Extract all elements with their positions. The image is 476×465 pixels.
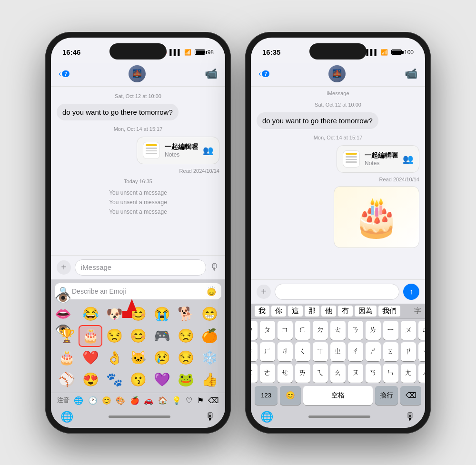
- emoji-cell[interactable]: 🐾: [102, 369, 126, 391]
- globe-icon-2[interactable]: 🌐: [260, 411, 273, 423]
- emoji-cell[interactable]: 😂: [79, 303, 102, 325]
- toolbar-car[interactable]: 🚗: [144, 396, 153, 405]
- toolbar-house[interactable]: 🏠: [158, 396, 168, 405]
- emoji-cell[interactable]: 👁️👄👁️: [55, 303, 79, 325]
- emoji-cell[interactable]: 😊: [126, 325, 150, 347]
- emoji-cell[interactable]: 👌: [102, 347, 126, 369]
- candidate-那[interactable]: 那: [305, 306, 319, 317]
- key-ㄉ[interactable]: ㄉ: [313, 321, 328, 340]
- key-ㄩ[interactable]: ㄩ: [418, 321, 425, 340]
- emoji-cell[interactable]: 🍊: [198, 325, 221, 347]
- key-ㄖ[interactable]: ㄖ: [383, 342, 398, 361]
- emoji-cell[interactable]: 🐕: [174, 303, 198, 325]
- key-ㄣ[interactable]: ㄣ: [383, 364, 398, 383]
- mic-bottom-icon-2[interactable]: 🎙: [405, 411, 416, 423]
- emoji-cell[interactable]: 😗: [126, 369, 150, 391]
- key-delete[interactable]: ⌫: [400, 386, 421, 405]
- emoji-cell[interactable]: 🐶: [102, 303, 126, 325]
- toolbar-apple[interactable]: 🍎: [130, 396, 139, 405]
- candidate-有[interactable]: 有: [338, 306, 353, 317]
- emoji-cell[interactable]: 😒: [174, 347, 198, 369]
- emoji-cell[interactable]: 👍: [198, 369, 221, 391]
- key-ㄇ[interactable]: ㄇ: [278, 321, 293, 340]
- key-ㄤ[interactable]: ㄤ: [401, 364, 416, 383]
- nav-video-icon-2[interactable]: 📹: [405, 68, 417, 80]
- key-emoji[interactable]: 😊: [280, 386, 301, 405]
- candidate-因為[interactable]: 因為: [355, 306, 377, 317]
- key-space[interactable]: 空格: [303, 386, 372, 405]
- candidate-我們[interactable]: 我們: [378, 306, 400, 317]
- toolbar-globe[interactable]: 🌐: [74, 396, 83, 405]
- key-ㄝ[interactable]: ㄝ: [278, 364, 293, 383]
- key-ㄞ[interactable]: ㄞ: [295, 364, 310, 383]
- emoji-cell[interactable]: 😊: [126, 303, 150, 325]
- toolbar-zhuyin[interactable]: 注音: [57, 396, 69, 405]
- key-ㄑ[interactable]: ㄑ: [295, 342, 310, 361]
- nav-avatar-2[interactable]: 🌉: [328, 65, 346, 82]
- toolbar-heart[interactable]: ♡: [186, 396, 192, 405]
- candidate-more[interactable]: 字: [414, 307, 421, 316]
- key-ㄎ[interactable]: ㄎ: [251, 342, 258, 361]
- emoji-cell[interactable]: 😒: [102, 325, 126, 347]
- candidate-這[interactable]: 這: [288, 306, 303, 317]
- emoji-cell[interactable]: 🐱: [126, 347, 150, 369]
- nav-video-icon-1[interactable]: 📹: [205, 68, 218, 80]
- key-ㄒ[interactable]: ㄒ: [313, 342, 328, 361]
- key-ㄔ[interactable]: ㄔ: [348, 342, 363, 361]
- key-ㄈ[interactable]: ㄈ: [295, 321, 310, 340]
- emoji-cell[interactable]: 😍: [79, 369, 102, 391]
- emoji-cell-highlighted[interactable]: 🎂: [79, 325, 102, 347]
- key-ㄐ[interactable]: ㄐ: [278, 342, 293, 361]
- toolbar-light[interactable]: 💡: [172, 396, 181, 405]
- emoji-cell[interactable]: 😁: [198, 303, 221, 325]
- toolbar-delete[interactable]: ⌫: [208, 396, 219, 405]
- key-ㄋ[interactable]: ㄋ: [348, 321, 363, 340]
- emoji-cell[interactable]: 😭: [150, 303, 174, 325]
- key-ㄗ[interactable]: ㄗ: [401, 342, 416, 361]
- key-ㄅ[interactable]: ㄅ: [251, 321, 258, 340]
- key-ㄏ[interactable]: ㄏ: [260, 342, 275, 361]
- key-ㄠ[interactable]: ㄠ: [330, 364, 346, 383]
- toolbar-palette[interactable]: 🎨: [116, 396, 125, 405]
- key-ㄧ[interactable]: ㄧ: [383, 321, 398, 340]
- key-ㄊ[interactable]: ㄊ: [330, 321, 346, 340]
- emoji-cell[interactable]: 🎮: [150, 325, 174, 347]
- key-ㄕ[interactable]: ㄕ: [366, 342, 381, 361]
- emoji-cell[interactable]: 💜: [150, 369, 174, 391]
- key-ㄆ[interactable]: ㄆ: [260, 321, 275, 340]
- key-ㄓ[interactable]: ㄓ: [330, 342, 346, 361]
- nav-back-badge-2[interactable]: 7: [262, 70, 269, 77]
- emoji-cell[interactable]: 🏆: [55, 325, 79, 347]
- mic-bottom-icon-1[interactable]: 🎙: [205, 411, 216, 423]
- emoji-cell[interactable]: ❄️: [198, 347, 221, 369]
- nav-back-2[interactable]: ‹ 7: [258, 69, 269, 78]
- key-ㄜ[interactable]: ㄜ: [260, 364, 275, 383]
- input-plus-2[interactable]: +: [257, 285, 271, 299]
- key-ㄛ[interactable]: ㄛ: [251, 364, 258, 383]
- emoji-cell[interactable]: 😒: [174, 325, 198, 347]
- candidate-他[interactable]: 他: [321, 306, 336, 317]
- emoji-cell[interactable]: 🎂: [55, 347, 79, 369]
- key-ㄘ[interactable]: ㄘ: [418, 342, 425, 361]
- key-ㄨ[interactable]: ㄨ: [401, 321, 416, 340]
- key-ㄢ[interactable]: ㄢ: [366, 364, 381, 383]
- nav-back-badge-1[interactable]: 7: [62, 70, 69, 77]
- nav-back-1[interactable]: ‹ 7: [59, 69, 69, 78]
- key-ㄟ[interactable]: ㄟ: [313, 364, 328, 383]
- emoji-cell[interactable]: ⚾: [55, 369, 79, 391]
- input-field-2[interactable]: [275, 284, 399, 300]
- input-mic-icon-1[interactable]: 🎙: [210, 262, 219, 273]
- emoji-search-bar[interactable]: 🔍 Describe an Emoji 🙂‍↕️: [55, 283, 221, 299]
- candidate-你[interactable]: 你: [271, 306, 286, 317]
- toolbar-clock[interactable]: 🕐: [88, 396, 98, 405]
- nav-avatar-1[interactable]: 🌉: [129, 65, 146, 82]
- key-123[interactable]: 123: [255, 386, 278, 405]
- notes-card-2[interactable]: 一起編輯喔 Notes 👥: [337, 145, 419, 173]
- input-plus-1[interactable]: +: [57, 260, 71, 275]
- send-button[interactable]: ↑: [403, 284, 419, 300]
- emoji-cell[interactable]: 🐸: [174, 369, 198, 391]
- key-return[interactable]: 換行: [375, 386, 398, 405]
- emoji-cell[interactable]: 😢: [150, 347, 174, 369]
- toolbar-smile[interactable]: 😊: [102, 396, 111, 405]
- notes-card-1[interactable]: 一起編輯喔 Notes 👥: [137, 137, 219, 164]
